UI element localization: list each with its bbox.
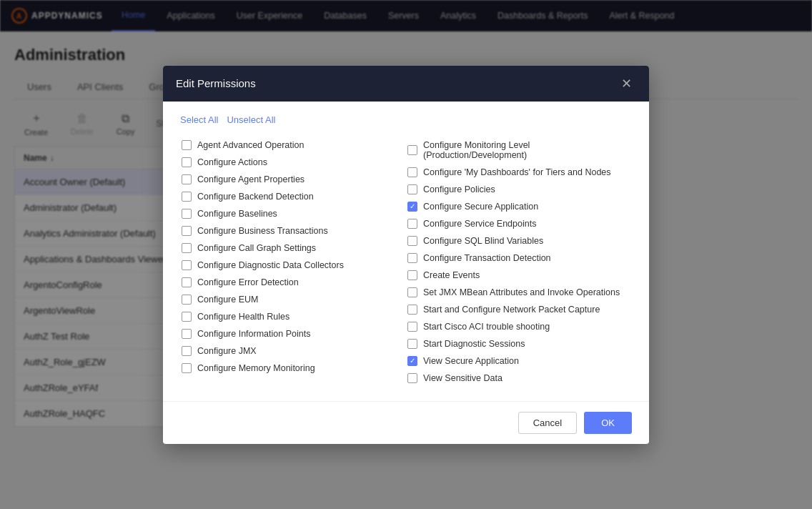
perm-item: Configure Backend Detection	[180, 188, 406, 205]
perm-label: Create Events	[423, 270, 480, 280]
perm-item: ✓ Configure Secure Application	[406, 198, 632, 215]
edit-permissions-modal: Edit Permissions ✕ Select All Unselect A…	[163, 66, 649, 428]
modal-title: Edit Permissions	[176, 77, 256, 89]
perm-label: Configure JMX	[197, 346, 257, 356]
perm-item: Configure Health Rules	[180, 308, 406, 325]
perm-item: Start Cisco ACI trouble shooting	[406, 318, 632, 335]
select-all-link[interactable]: Select All	[180, 114, 218, 125]
perm-item: Configure SQL Blind Variables	[406, 232, 632, 249]
perm-label: Configure Diagnostic Data Collectors	[197, 260, 344, 270]
perm-item: Configure Actions	[180, 154, 406, 171]
perm-label: Configure Baselines	[197, 209, 277, 219]
perm-label: Set JMX MBean Attributes and Invoke Oper…	[423, 287, 620, 297]
perm-label: Configure Agent Properties	[197, 174, 304, 184]
perm-checkbox-configure-secure-app[interactable]: ✓	[407, 202, 417, 212]
cancel-button[interactable]: Cancel	[518, 412, 577, 428]
perm-checkbox-sql-blind[interactable]	[407, 236, 417, 246]
perm-item: Agent Advanced Operation	[180, 137, 406, 154]
perm-checkbox-network-capture[interactable]	[407, 305, 417, 315]
perm-item: Create Events	[406, 267, 632, 284]
perm-checkbox-configure-jmx[interactable]	[182, 346, 192, 356]
permissions-right-column: Configure Monitoring Level (Production/D…	[406, 137, 632, 387]
modal-footer: Cancel OK	[163, 401, 649, 428]
perm-label: View Secure Application	[423, 356, 519, 366]
perm-item: Configure JMX	[180, 342, 406, 360]
perm-item: Set JMX MBean Attributes and Invoke Oper…	[406, 284, 632, 301]
perm-item: Configure Error Detection	[180, 274, 406, 291]
perm-checkbox-agent-advanced[interactable]	[182, 140, 192, 150]
perm-label: Configure Information Points	[197, 329, 310, 339]
perm-checkbox-configure-policies[interactable]	[407, 184, 417, 194]
perm-item: Configure Business Transactions	[180, 222, 406, 239]
perm-checkbox-cisco-aci[interactable]	[407, 322, 417, 332]
perm-checkbox-transaction-detection[interactable]	[407, 253, 417, 263]
perm-checkbox-configure-info-points[interactable]	[182, 329, 192, 339]
perm-label: Start Diagnostic Sessions	[423, 339, 525, 349]
perm-item: Configure Baselines	[180, 205, 406, 222]
perm-label: Configure Call Graph Settings	[197, 243, 316, 253]
perm-item: Configure Transaction Detection	[406, 249, 632, 267]
perm-label: Configure Health Rules	[197, 312, 289, 322]
perm-checkbox-diagnostic-sessions[interactable]	[407, 339, 417, 349]
perm-item: Configure Service Endpoints	[406, 215, 632, 232]
perm-item: ✓ View Secure Application	[406, 352, 632, 370]
perm-label: Configure Memory Monitoring	[197, 363, 315, 373]
perm-checkbox-create-events[interactable]	[407, 270, 417, 280]
perm-label: View Sensitive Data	[423, 373, 502, 383]
perm-checkbox-configure-health[interactable]	[182, 312, 192, 322]
perm-label: Configure Business Transactions	[197, 226, 328, 236]
perm-checkbox-configure-memory[interactable]	[182, 363, 192, 373]
modal-header: Edit Permissions ✕	[163, 66, 649, 102]
perm-item: Configure Information Points	[180, 325, 406, 342]
perm-label: Agent Advanced Operation	[197, 140, 304, 150]
permissions-grid: Agent Advanced Operation Configure Actio…	[180, 137, 632, 387]
perm-item: Start and Configure Network Packet Captu…	[406, 301, 632, 318]
perm-item: Configure Monitoring Level (Production/D…	[406, 137, 632, 164]
perm-checkbox-configure-actions[interactable]	[182, 157, 192, 167]
perm-label: Configure EUM	[197, 295, 258, 305]
perm-label: Configure Backend Detection	[197, 192, 314, 202]
perm-checkbox-view-secure-app[interactable]: ✓	[407, 356, 417, 366]
perm-checkbox-configure-agent-properties[interactable]	[182, 174, 192, 184]
perm-item: Configure 'My Dashboards' for Tiers and …	[406, 164, 632, 181]
perm-checkbox-my-dashboards[interactable]	[407, 167, 417, 177]
perm-checkbox-configure-baselines[interactable]	[182, 209, 192, 219]
perm-label: Configure Transaction Detection	[423, 253, 551, 263]
perm-checkbox-configure-call-graph[interactable]	[182, 243, 192, 253]
perm-label: Configure SQL Blind Variables	[423, 236, 543, 246]
perm-item: View Sensitive Data	[406, 370, 632, 387]
perm-item: Configure Memory Monitoring	[180, 360, 406, 377]
perm-item: Configure Diagnostic Data Collectors	[180, 257, 406, 274]
unselect-all-link[interactable]: Unselect All	[227, 114, 275, 125]
perm-label: Configure Monitoring Level (Production/D…	[423, 140, 630, 160]
select-links: Select All Unselect All	[180, 114, 632, 125]
perm-checkbox-service-endpoints[interactable]	[407, 219, 417, 229]
perm-checkbox-view-sensitive[interactable]	[407, 373, 417, 383]
perm-item: Configure Policies	[406, 181, 632, 198]
perm-item: Configure EUM	[180, 291, 406, 308]
perm-item: Configure Call Graph Settings	[180, 239, 406, 257]
perm-checkbox-configure-eum[interactable]	[182, 295, 192, 305]
perm-checkbox-configure-backend[interactable]	[182, 192, 192, 202]
perm-label: Configure Policies	[423, 184, 495, 194]
perm-label: Start and Configure Network Packet Captu…	[423, 305, 600, 315]
perm-label: Configure Error Detection	[197, 277, 299, 287]
perm-label: Configure Service Endpoints	[423, 219, 536, 229]
perm-item: Configure Agent Properties	[180, 171, 406, 188]
modal-close-button[interactable]: ✕	[617, 76, 636, 92]
perm-checkbox-configure-bt[interactable]	[182, 226, 192, 236]
perm-checkbox-configure-diagnostic[interactable]	[182, 260, 192, 270]
ok-button[interactable]: OK	[584, 412, 632, 428]
perm-checkbox-configure-error[interactable]	[182, 277, 192, 287]
perm-label: Configure Actions	[197, 157, 267, 167]
permissions-left-column: Agent Advanced Operation Configure Actio…	[180, 137, 406, 387]
perm-label: Configure Secure Application	[423, 202, 538, 212]
perm-checkbox-jmx-mbean[interactable]	[407, 287, 417, 297]
perm-label: Start Cisco ACI trouble shooting	[423, 322, 550, 332]
perm-checkbox-monitoring-level[interactable]	[407, 145, 417, 155]
modal-body: Select All Unselect All Agent Advanced O…	[163, 102, 649, 401]
perm-item: Start Diagnostic Sessions	[406, 335, 632, 352]
perm-label: Configure 'My Dashboards' for Tiers and …	[423, 167, 611, 177]
modal-overlay: Edit Permissions ✕ Select All Unselect A…	[0, 0, 812, 428]
